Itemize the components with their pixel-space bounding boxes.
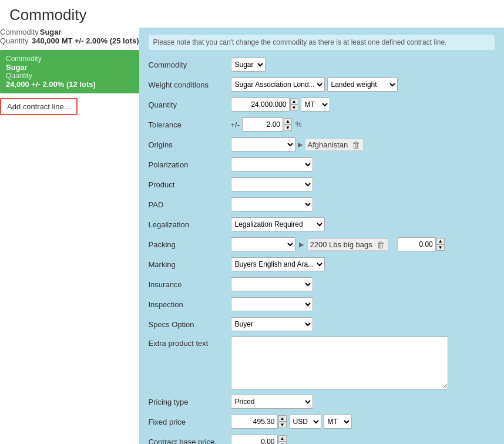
packing-qty-up-button[interactable]: ▲ — [436, 238, 445, 244]
pricing-type-select[interactable]: Priced — [231, 395, 313, 409]
product-label: Product — [149, 180, 231, 189]
extra-product-text-row: Extra product text — [149, 337, 495, 389]
tolerance-down-button[interactable]: ▼ — [284, 125, 292, 131]
fixed-price-label: Fixed price — [149, 418, 231, 426]
fixed-price-up-button[interactable]: ▲ — [278, 415, 287, 422]
product-select[interactable] — [231, 177, 313, 191]
landed-weight-select[interactable]: Landed weight — [327, 78, 398, 92]
contract-base-price-up-button[interactable]: ▲ — [278, 435, 287, 442]
legalization-select[interactable]: Legalization Required — [231, 217, 325, 231]
quantity-input[interactable]: 24,000.000 — [231, 97, 290, 112]
pad-label: PAD — [149, 200, 231, 209]
polarization-select[interactable] — [231, 157, 313, 171]
extra-product-text-input[interactable] — [231, 337, 448, 389]
origins-select[interactable] — [231, 137, 295, 152]
pricing-type-row: Pricing type Priced — [149, 394, 495, 409]
tolerance-up-button[interactable]: ▲ — [284, 118, 292, 125]
sidebar-commodity-label: Commodity — [0, 28, 39, 36]
specs-option-select[interactable]: Buyer — [231, 317, 313, 331]
weight-conditions-label: Weight conditions — [149, 80, 231, 89]
fixed-price-currency-select[interactable]: USD — [289, 415, 321, 429]
contract-base-price-input[interactable] — [231, 435, 278, 444]
legalization-label: Legalization — [149, 220, 231, 229]
notice-text: Please note that you can't change the co… — [149, 35, 495, 50]
origins-label: Origins — [149, 140, 231, 149]
contract-line-commodity-value: Sugar — [6, 63, 133, 72]
insurance-label: Insurance — [149, 280, 231, 289]
commodity-label: Commodity — [149, 60, 231, 69]
contract-line-commodity-label: Commodity — [6, 55, 133, 63]
product-row: Product — [149, 177, 495, 192]
fixed-price-unit-select[interactable]: MT — [324, 415, 352, 429]
tolerance-label: Tolerance — [149, 120, 231, 129]
origins-delete-icon[interactable]: 🗑 — [352, 140, 361, 150]
packing-select[interactable] — [231, 237, 295, 251]
contract-base-price-down-button[interactable]: ▼ — [278, 442, 287, 444]
packing-row: Packing ▶ 2200 Lbs big bags 🗑 ▲ ▼ — [149, 237, 495, 252]
packing-tag: 2200 Lbs big bags 🗑 — [307, 238, 388, 251]
packing-qty-input[interactable] — [398, 237, 436, 251]
marking-row: Marking Buyers English and Ara... — [149, 257, 495, 272]
commodity-select[interactable]: Sugar — [231, 58, 266, 72]
polarization-label: Polarization — [149, 160, 231, 169]
marking-label: Marking — [149, 260, 231, 269]
quantity-row: Quantity 24,000.000 ▲ ▼ MT — [149, 97, 495, 112]
inspection-select[interactable] — [231, 297, 313, 311]
tolerance-prefix: +/- — [231, 120, 240, 129]
quantity-down-button[interactable]: ▼ — [290, 105, 298, 111]
fixed-price-input[interactable] — [231, 415, 278, 429]
pad-row: PAD — [149, 197, 495, 212]
polarization-row: Polarization — [149, 157, 495, 172]
packing-label: Packing — [149, 240, 231, 249]
contract-line-box[interactable]: Commodity Sugar Quantity 24,000 +/- 2.00… — [0, 50, 139, 93]
contract-line-quantity-value: 24,000 +/- 2.00% (12 lots) — [6, 80, 133, 89]
contract-base-price-row: Contract base price ▲ ▼ — [149, 434, 495, 444]
inspection-row: Inspection — [149, 297, 495, 312]
sidebar-quantity-value: 340,000 MT +/- 2.00% (25 lots) — [32, 36, 139, 45]
page-title: Commodity — [0, 0, 504, 28]
sidebar-quantity-label: Quantity — [0, 36, 28, 45]
inspection-label: Inspection — [149, 300, 231, 309]
tolerance-row: Tolerance +/- ▲ ▼ % — [149, 117, 495, 132]
sidebar-commodity-value: Sugar — [40, 28, 62, 36]
pad-select[interactable] — [231, 197, 313, 211]
sidebar: CommoditySugar Quantity 340,000 MT +/- 2… — [0, 28, 139, 444]
contract-line-quantity-label: Quantity — [6, 72, 133, 80]
insurance-row: Insurance — [149, 277, 495, 292]
weight-conditions-select[interactable]: Sugar Association Lond... — [231, 78, 325, 92]
form-panel: Please note that you can't change the co… — [139, 28, 505, 444]
quantity-up-button[interactable]: ▲ — [290, 98, 298, 105]
weight-conditions-row: Weight conditions Sugar Association Lond… — [149, 77, 495, 92]
packing-qty-down-button[interactable]: ▼ — [436, 244, 445, 251]
tolerance-input[interactable] — [242, 117, 283, 132]
insurance-select[interactable] — [231, 277, 313, 291]
quantity-label: Quantity — [149, 100, 231, 109]
add-contract-line-button[interactable]: Add contract line... — [0, 98, 78, 115]
packing-arrow-icon: ▶ — [299, 241, 304, 248]
packing-delete-icon[interactable]: 🗑 — [377, 240, 385, 250]
fixed-price-down-button[interactable]: ▼ — [278, 422, 287, 428]
origins-row: Origins ▶ Afghanistan 🗑 — [149, 137, 495, 152]
fixed-price-row: Fixed price ▲ ▼ USD MT — [149, 414, 495, 429]
contract-base-price-label: Contract base price — [149, 438, 231, 445]
marking-select[interactable]: Buyers English and Ara... — [231, 257, 325, 271]
specs-option-row: Specs Option Buyer — [149, 317, 495, 332]
commodity-row: Commodity Sugar — [149, 57, 495, 72]
extra-product-text-label: Extra product text — [149, 339, 231, 348]
quantity-unit-select[interactable]: MT — [301, 97, 330, 112]
origins-arrow-icon: ▶ — [298, 141, 303, 149]
pricing-type-label: Pricing type — [149, 398, 231, 406]
origins-tag: Afghanistan 🗑 — [305, 139, 364, 151]
specs-option-label: Specs Option — [149, 320, 231, 329]
tolerance-suffix: % — [295, 120, 302, 129]
legalization-row: Legalization Legalization Required — [149, 217, 495, 232]
